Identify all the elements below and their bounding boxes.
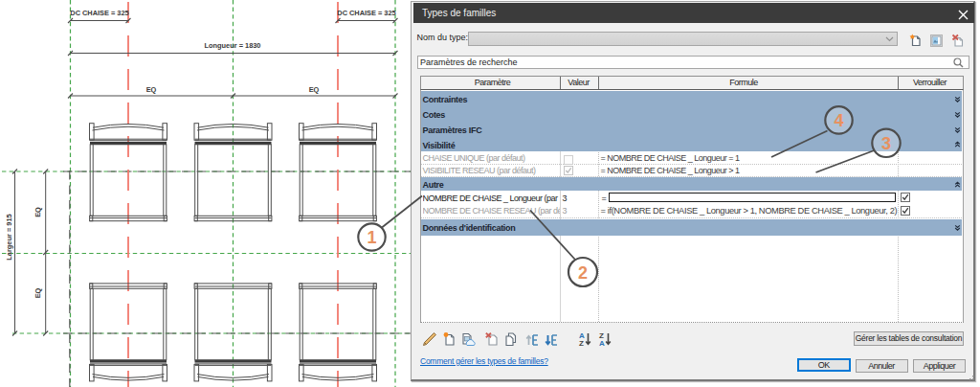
svg-text:1: 1 (367, 228, 376, 247)
svg-text:2: 2 (578, 263, 588, 283)
svg-text:3: 3 (881, 134, 891, 153)
svg-text:4: 4 (834, 111, 843, 130)
